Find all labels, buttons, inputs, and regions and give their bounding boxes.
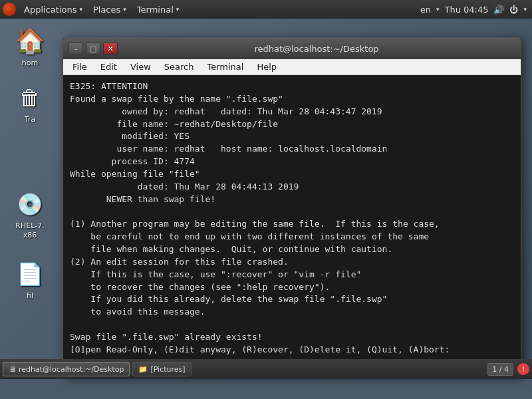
terminal-titlebar: – □ ✕ redhat@localhost:~/Desktop: [63, 38, 521, 59]
maximize-button[interactable]: □: [86, 43, 100, 55]
power-arrow: ▾: [523, 6, 527, 13]
menu-search[interactable]: Search: [158, 61, 201, 73]
terminal-taskbar-label: redhat@localhost:~/Desktop: [19, 365, 124, 374]
desktop-icon-trash[interactable]: 🗑 Tra: [7, 82, 53, 124]
close-button[interactable]: ✕: [103, 43, 118, 55]
desktop: 🏠 hom 🗑 Tra 💿 RHEL-7.x86 📄 fil – □ ✕ red…: [0, 19, 532, 379]
taskbar-pictures[interactable]: 📁 [Pictures]: [132, 362, 191, 376]
menu-view[interactable]: View: [124, 61, 158, 73]
window-controls: – □ ✕: [68, 43, 118, 55]
volume-icon[interactable]: 🔊: [493, 5, 504, 15]
terminal-window: – □ ✕ redhat@localhost:~/Desktop File Ed…: [63, 37, 521, 376]
pictures-taskbar-icon: 📁: [138, 365, 148, 374]
rhel-disc-icon: 💿: [14, 188, 46, 220]
menu-terminal[interactable]: Terminal: [200, 61, 250, 73]
top-menubar: Applications ▾ Places ▾ Terminal ▾ en ▾ …: [0, 0, 532, 19]
taskbar-right: 1 / 4 !: [487, 363, 529, 376]
places-menu[interactable]: Places ▾: [88, 2, 132, 17]
trash-can-icon: 🗑: [14, 82, 46, 114]
home-icon-label: hom: [7, 59, 53, 67]
taskbar-terminal[interactable]: 🖥 redhat@localhost:~/Desktop: [3, 362, 130, 376]
minimize-button[interactable]: –: [68, 43, 83, 55]
applications-menu[interactable]: Applications ▾: [19, 2, 88, 17]
locale-indicator: en: [420, 5, 431, 15]
menu-help[interactable]: Help: [250, 61, 283, 73]
applications-arrow: ▾: [79, 6, 82, 13]
trash-icon-label: Tra: [7, 115, 53, 124]
places-label: Places: [93, 5, 120, 15]
terminal-arrow: ▾: [176, 6, 180, 13]
power-icon[interactable]: ⏻: [509, 5, 518, 15]
file-doc-icon: 📄: [14, 258, 46, 290]
terminal-taskbar-icon: 🖥: [9, 365, 16, 374]
desktop-icon-file[interactable]: 📄 fil: [7, 258, 53, 300]
places-arrow: ▾: [123, 6, 126, 13]
file-icon-label: fil: [7, 291, 53, 300]
terminal-app-label: Terminal: [137, 5, 174, 15]
applications-label: Applications: [24, 5, 76, 15]
terminal-menubar: File Edit View Search Terminal Help: [63, 59, 521, 75]
desktop-icon-home[interactable]: 🏠 hom: [7, 25, 53, 67]
home-folder-icon: 🏠: [14, 25, 46, 57]
taskbar: 🖥 redhat@localhost:~/Desktop 📁 [Pictures…: [0, 359, 532, 379]
locale-arrow: ▾: [436, 6, 440, 13]
menu-file[interactable]: File: [66, 61, 94, 73]
window-title: redhat@localhost:~/Desktop: [118, 44, 515, 54]
alert-badge: !: [517, 363, 529, 375]
fedora-logo: [3, 3, 16, 16]
pictures-taskbar-label: [Pictures]: [150, 365, 185, 374]
terminal-output[interactable]: E325: ATTENTION Found a swap file by the…: [63, 75, 521, 376]
desktop-icon-rhel[interactable]: 💿 RHEL-7.x86: [7, 188, 53, 241]
clock: Thu 04:45: [444, 5, 488, 15]
menu-edit[interactable]: Edit: [94, 61, 124, 73]
terminal-app-menu[interactable]: Terminal ▾: [132, 2, 184, 17]
page-indicator: 1 / 4: [487, 363, 513, 376]
top-right-area: en ▾ Thu 04:45 🔊 ⏻ ▾: [420, 5, 529, 15]
rhel-icon-label: RHEL-7.x86: [7, 221, 53, 241]
